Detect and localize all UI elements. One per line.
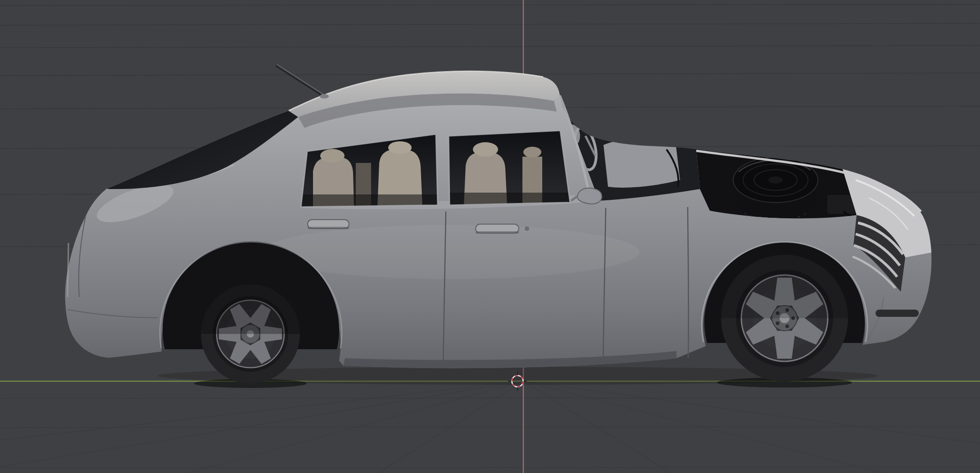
driver-headrest [473,142,498,157]
rear-door-handle [308,220,349,229]
front-wheel [721,255,848,382]
front-headrest [388,141,412,154]
viewport-canvas[interactable] [0,0,980,473]
front-door-window [449,131,571,206]
rear-headrest [320,149,345,162]
bumper-intake [876,310,919,317]
rear-wheel [201,284,300,383]
viewport-3d[interactable] [0,0,980,473]
